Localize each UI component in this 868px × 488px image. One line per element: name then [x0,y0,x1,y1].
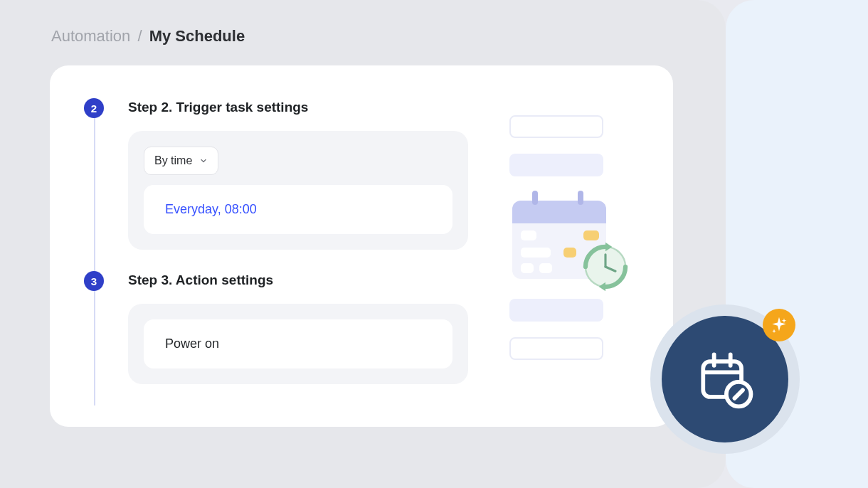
trigger-settings-block: By time Everyday, 08:00 [128,131,468,250]
trigger-type-dropdown[interactable]: By time [144,147,218,175]
preview-skeleton [509,115,630,376]
breadcrumb-current: My Schedule [149,27,245,45]
calendar-preview-icon [512,192,612,282]
skeleton-bar [509,299,603,322]
step-title: Step 2. Trigger task settings [128,100,673,115]
breadcrumb: Automation / My Schedule [51,27,726,46]
action-value[interactable]: Power on [144,319,452,368]
skeleton-bar [509,154,603,176]
sparkle-icon [763,309,795,341]
step-number-badge: 2 [84,98,104,118]
skeleton-bar [509,115,603,138]
trigger-time-value[interactable]: Everyday, 08:00 [144,185,452,234]
clock-refresh-icon [578,239,633,295]
breadcrumb-separator: / [137,27,142,45]
breadcrumb-parent[interactable]: Automation [51,27,130,45]
chevron-down-icon [199,157,208,165]
dropdown-label: By time [154,154,192,167]
action-settings-block: Power on [128,304,468,384]
schedule-card: 2 Step 2. Trigger task settings By time … [50,65,673,427]
main-panel: Automation / My Schedule 2 Step 2. Trigg… [0,0,726,488]
trigger-time-text: Everyday, 08:00 [165,202,257,216]
schedule-fab[interactable] [650,304,800,454]
step-number-badge: 3 [84,271,104,291]
action-text: Power on [165,336,219,351]
skeleton-bar [509,337,603,360]
